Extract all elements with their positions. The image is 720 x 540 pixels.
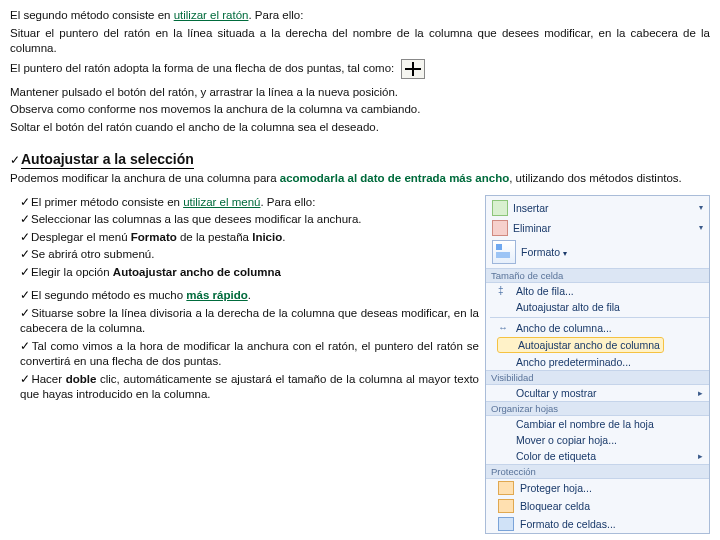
bold-term: doble xyxy=(66,373,97,385)
text: El segundo método consiste en xyxy=(10,9,174,21)
text: . xyxy=(248,289,251,301)
label: Color de etiqueta xyxy=(516,450,596,462)
bold-term: Formato xyxy=(131,231,177,243)
col-width-icon: ↔ xyxy=(498,322,510,333)
text: Desplegar el menú xyxy=(31,231,131,243)
excel-format-menu: Insertar Eliminar Formato ▾ Tamaño de ce… xyxy=(485,195,710,534)
heading-text: Autoajustar a la selección xyxy=(21,151,194,169)
section-header-organize: Organizar hojas xyxy=(486,401,709,416)
lock-icon xyxy=(498,499,514,513)
text: . xyxy=(282,231,285,243)
intro-line1: El segundo método consiste en utilizar e… xyxy=(10,8,710,24)
col-width-item[interactable]: ↔Ancho de columna... xyxy=(490,320,709,336)
delete-button[interactable]: Eliminar xyxy=(490,218,705,238)
bold-term: Inicio xyxy=(252,231,282,243)
intro-line3: El puntero del ratón adopta la forma de … xyxy=(10,59,710,79)
insert-button[interactable]: Insertar xyxy=(490,198,705,218)
protect-icon xyxy=(498,481,514,495)
autofit-row-item[interactable]: Autoajustar alto de fila xyxy=(490,299,709,315)
label: Ocultar y mostrar xyxy=(516,387,597,399)
tab-color-item[interactable]: Color de etiqueta xyxy=(490,448,709,464)
format-cells-item[interactable]: Formato de celdas... xyxy=(490,515,709,533)
default-width-item[interactable]: Ancho predeterminado... xyxy=(490,354,709,370)
text: . Para ello: xyxy=(248,9,303,21)
underlined-term: utilizar el menú xyxy=(183,196,260,208)
autofit-col-item[interactable]: Autoajustar ancho de columna xyxy=(490,336,709,354)
section-header-visibility: Visibilidad xyxy=(486,370,709,385)
text: Podemos modificar la anchura de una colu… xyxy=(10,172,280,184)
intro-block: El segundo método consiste en utilizar e… xyxy=(10,8,710,79)
intro-line2: Situar el puntero del ratón en la línea … xyxy=(10,26,710,57)
section-header-size: Tamaño de celda xyxy=(486,268,709,283)
label: Alto de fila... xyxy=(516,285,574,297)
text: El primer método consiste en xyxy=(31,196,183,208)
label: Bloquear celda xyxy=(520,500,590,512)
method2-list: ✓El segundo método es mucho más rápido. … xyxy=(10,288,479,403)
text: Observa como conforme nos movemos la anc… xyxy=(10,102,710,118)
row-height-icon: ‡ xyxy=(498,285,510,296)
section-intro: Podemos modificar la anchura de una colu… xyxy=(10,171,710,187)
text: , utilizando dos métodos distintos. xyxy=(509,172,682,184)
label: Autoajustar alto de fila xyxy=(516,301,620,313)
text: Seleccionar las columnas a las que desee… xyxy=(31,213,362,225)
section-header-protection: Protección xyxy=(486,464,709,479)
label: Formato xyxy=(521,246,560,258)
format-icon xyxy=(492,240,516,264)
label: Autoajustar ancho de columna xyxy=(518,339,660,351)
format-cells-icon xyxy=(498,517,514,531)
text: Soltar el botón del ratón cuando el anch… xyxy=(10,120,710,136)
text: Elegir la opción xyxy=(31,266,113,278)
label: Formato de celdas... xyxy=(520,518,616,530)
hide-show-item[interactable]: Ocultar y mostrar xyxy=(490,385,709,401)
section-heading: ✓Autoajustar a la selección xyxy=(10,141,710,171)
protect-sheet-item[interactable]: Proteger hoja... xyxy=(490,479,709,497)
text: Hacer xyxy=(31,373,65,385)
format-button[interactable]: Formato ▾ xyxy=(490,238,705,266)
text: El segundo método es mucho xyxy=(31,289,186,301)
label: Mover o copiar hoja... xyxy=(516,434,617,446)
underlined-term: utilizar el ratón xyxy=(174,9,249,21)
emphasis: acomodarla al dato de entrada más ancho xyxy=(280,172,509,184)
resize-cursor-icon xyxy=(401,59,425,79)
rename-sheet-item[interactable]: Cambiar el nombre de la hoja xyxy=(490,416,709,432)
lock-cell-item[interactable]: Bloquear celda xyxy=(490,497,709,515)
text: El puntero del ratón adopta la forma de … xyxy=(10,62,394,74)
insert-icon xyxy=(492,200,508,216)
move-copy-item[interactable]: Mover o copiar hoja... xyxy=(490,432,709,448)
label: Insertar xyxy=(513,202,549,214)
text: . Para ello: xyxy=(260,196,315,208)
bold-term: Autoajustar ancho de columna xyxy=(113,266,281,278)
text: de la pestaña xyxy=(177,231,252,243)
delete-icon xyxy=(492,220,508,236)
row-height-item[interactable]: ‡Alto de fila... xyxy=(490,283,709,299)
text: Situarse sobre la línea divisoria a la d… xyxy=(20,307,479,335)
text: Tal como vimos a la hora de modificar la… xyxy=(20,340,479,368)
label: Ancho predeterminado... xyxy=(516,356,631,368)
keep-block: Mantener pulsado el botón del ratón, y a… xyxy=(10,85,710,136)
method1-list: ✓El primer método consiste en utilizar e… xyxy=(10,195,479,281)
text: Mantener pulsado el botón del ratón, y a… xyxy=(10,85,710,101)
label: Ancho de columna... xyxy=(516,322,612,334)
text: Se abrirá otro submenú. xyxy=(31,248,154,260)
label: Proteger hoja... xyxy=(520,482,592,494)
underlined-term: más rápido xyxy=(186,289,247,301)
label: Eliminar xyxy=(513,222,551,234)
label: Cambiar el nombre de la hoja xyxy=(516,418,654,430)
